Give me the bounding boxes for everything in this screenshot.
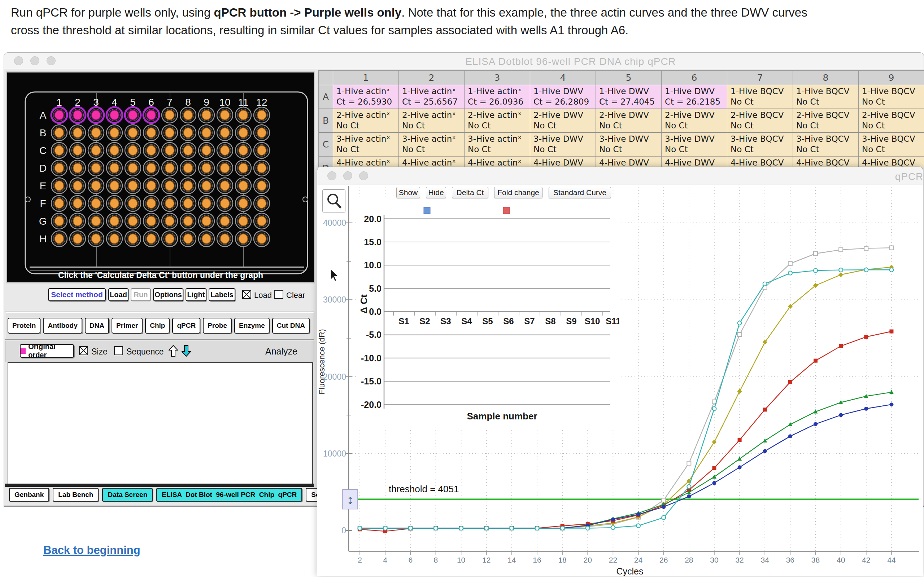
well-G9[interactable] — [199, 213, 215, 229]
tab-lab-bench[interactable]: Lab Bench — [53, 488, 99, 501]
sequence-list-box[interactable] — [8, 362, 313, 486]
qpcr-close-button[interactable] — [327, 171, 336, 180]
well-D11[interactable] — [235, 160, 251, 176]
tab-data-screen[interactable]: Data Screen — [102, 488, 153, 501]
well-G6[interactable] — [143, 213, 159, 229]
well-E7[interactable] — [162, 178, 178, 193]
well-E2[interactable] — [69, 178, 86, 193]
chip-button[interactable]: Chip — [145, 318, 170, 334]
well-D3[interactable] — [88, 160, 104, 176]
well-H7[interactable] — [162, 231, 178, 247]
zoom-tool-button[interactable] — [322, 189, 346, 213]
well-C11[interactable] — [235, 142, 251, 158]
well-A8[interactable] — [180, 107, 196, 123]
well-F10[interactable] — [217, 195, 233, 211]
well-F4[interactable] — [107, 195, 122, 211]
back-to-beginning-link[interactable]: Back to beginning — [43, 544, 141, 557]
enzyme-button[interactable]: Enzyme — [234, 318, 270, 334]
well-G2[interactable] — [69, 213, 86, 229]
well-G7[interactable] — [162, 213, 178, 229]
well-B12[interactable] — [254, 125, 270, 141]
well-G5[interactable] — [125, 213, 141, 229]
well-E3[interactable] — [88, 178, 104, 193]
well-D12[interactable] — [254, 160, 270, 176]
well-A5[interactable] — [125, 107, 141, 123]
well-F6[interactable] — [143, 195, 159, 211]
well-E1[interactable] — [51, 178, 67, 193]
well-A12[interactable] — [254, 107, 270, 123]
light-button[interactable]: Light — [186, 288, 207, 301]
well-C5[interactable] — [125, 142, 141, 158]
well-F5[interactable] — [125, 195, 141, 211]
well-C7[interactable] — [162, 142, 178, 158]
well-B1[interactable] — [51, 125, 67, 141]
tab-elisa-dot-blot-96-well-pcr-chip-qpcr[interactable]: ELISA Dot Blot 96-well PCR Chip qPCR — [156, 488, 302, 501]
well-A3[interactable] — [88, 107, 104, 123]
well-E4[interactable] — [107, 178, 122, 193]
well-F12[interactable] — [254, 195, 270, 211]
well-C9[interactable] — [199, 142, 215, 158]
well-G4[interactable] — [107, 213, 122, 229]
well-C3[interactable] — [88, 142, 104, 158]
original-order-button[interactable]: Original order — [20, 344, 74, 358]
well-A6[interactable] — [143, 107, 159, 123]
load-checkbox[interactable] — [242, 290, 251, 299]
antibody-button[interactable]: Antibody — [43, 318, 82, 334]
show-button[interactable]: Show — [396, 187, 420, 198]
load-button[interactable]: Load — [108, 288, 129, 301]
probe-button[interactable]: Probe — [203, 318, 232, 334]
well-D10[interactable] — [217, 160, 233, 176]
well-A10[interactable] — [217, 107, 233, 123]
well-G12[interactable] — [254, 213, 270, 229]
labels-button[interactable]: Labels — [208, 288, 235, 301]
analyze-label[interactable]: Analyze — [265, 346, 297, 357]
select-method-button[interactable]: Select method — [48, 288, 106, 301]
well-H12[interactable] — [254, 231, 270, 247]
sort-up-arrow-icon[interactable] — [168, 345, 178, 357]
tab-genbank[interactable]: Genbank — [9, 488, 49, 501]
well-C10[interactable] — [217, 142, 233, 158]
well-H8[interactable] — [180, 231, 196, 247]
well-H1[interactable] — [51, 231, 67, 247]
well-G10[interactable] — [217, 213, 233, 229]
qpcr-minimize-button[interactable] — [343, 171, 352, 180]
well-D2[interactable] — [69, 160, 86, 176]
well-E8[interactable] — [180, 178, 196, 193]
well-E12[interactable] — [254, 178, 270, 193]
well-D5[interactable] — [125, 160, 141, 176]
well-H9[interactable] — [199, 231, 215, 247]
well-E9[interactable] — [199, 178, 215, 193]
qpcr-zoom-button[interactable] — [359, 171, 368, 180]
cut-dna-button[interactable]: Cut DNA — [272, 318, 310, 334]
well-H5[interactable] — [125, 231, 141, 247]
well-H10[interactable] — [217, 231, 233, 247]
clear-checkbox[interactable] — [274, 290, 283, 299]
well-C2[interactable] — [69, 142, 86, 158]
well-G11[interactable] — [235, 213, 251, 229]
sort-down-arrow-icon[interactable] — [181, 345, 191, 357]
well-B4[interactable] — [107, 125, 122, 141]
primer-button[interactable]: Primer — [111, 318, 142, 334]
well-F1[interactable] — [51, 195, 67, 211]
well-D4[interactable] — [107, 160, 122, 176]
hide-button[interactable]: Hide — [426, 187, 446, 198]
well-B5[interactable] — [125, 125, 141, 141]
well-A7[interactable] — [162, 107, 178, 123]
window-minimize-button[interactable] — [30, 56, 39, 65]
well-D6[interactable] — [143, 160, 159, 176]
well-E11[interactable] — [235, 178, 251, 193]
well-D8[interactable] — [180, 160, 196, 176]
size-checkbox[interactable] — [79, 346, 88, 355]
sequence-checkbox[interactable] — [114, 346, 123, 355]
well-E5[interactable] — [125, 178, 141, 193]
well-H4[interactable] — [107, 231, 122, 247]
well-B6[interactable] — [143, 125, 159, 141]
well-B7[interactable] — [162, 125, 178, 141]
well-H11[interactable] — [235, 231, 251, 247]
well-F2[interactable] — [69, 195, 86, 211]
well-H6[interactable] — [143, 231, 159, 247]
well-C8[interactable] — [180, 142, 196, 158]
fold-change-button[interactable]: Fold change — [494, 187, 543, 198]
well-D1[interactable] — [51, 160, 67, 176]
well-A11[interactable] — [235, 107, 251, 123]
